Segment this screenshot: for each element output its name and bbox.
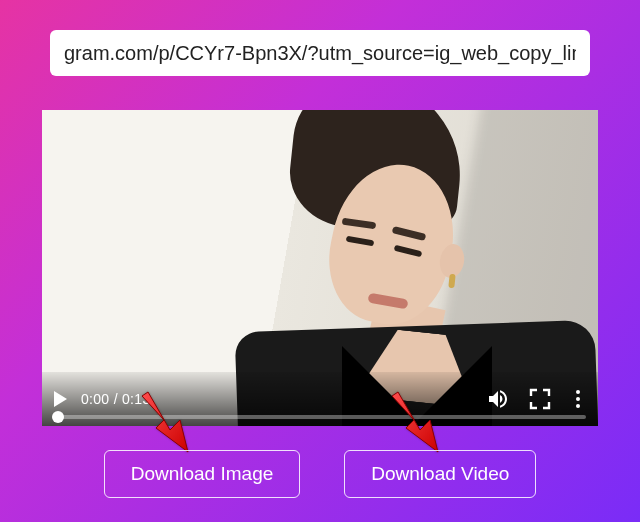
- video-controls: 0:00 / 0:13: [42, 372, 598, 426]
- video-player[interactable]: 0:00 / 0:13: [42, 110, 598, 426]
- download-video-button[interactable]: Download Video: [344, 450, 536, 498]
- play-icon[interactable]: [54, 391, 67, 407]
- svg-point-0: [576, 390, 580, 394]
- download-image-button[interactable]: Download Image: [104, 450, 301, 498]
- button-row: Download Image Download Video: [104, 450, 537, 498]
- svg-point-1: [576, 397, 580, 401]
- more-icon[interactable]: [570, 387, 586, 411]
- progress-thumb[interactable]: [52, 411, 64, 423]
- volume-icon[interactable]: [486, 387, 510, 411]
- fullscreen-icon[interactable]: [528, 387, 552, 411]
- app-container: 0:00 / 0:13 Download Image Download Vide…: [0, 0, 640, 522]
- url-input[interactable]: [50, 30, 590, 76]
- svg-point-2: [576, 404, 580, 408]
